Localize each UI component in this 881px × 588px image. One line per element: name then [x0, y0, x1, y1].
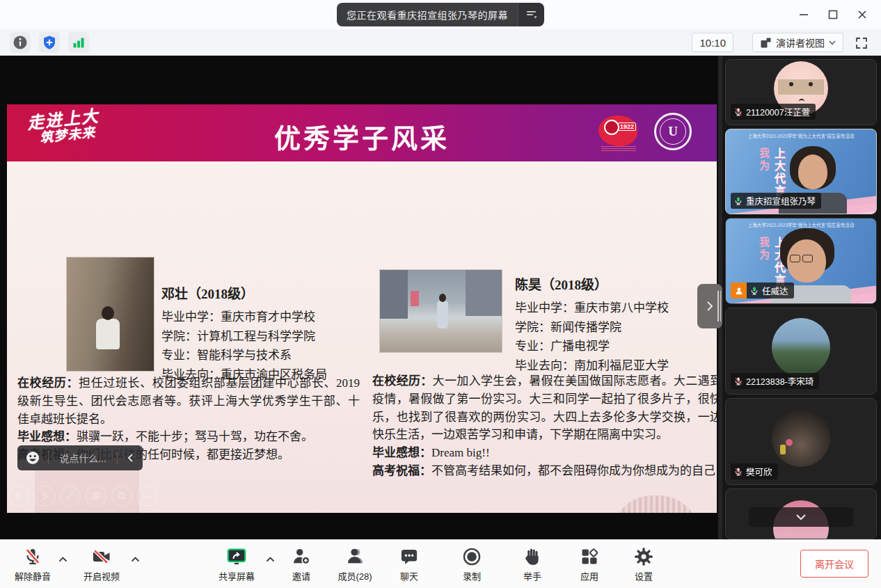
next-page-button[interactable] — [34, 486, 55, 507]
chevron-down-icon — [795, 514, 807, 521]
record-icon — [462, 547, 482, 566]
chevron-right-icon — [705, 300, 715, 312]
meeting-toolbar-bottom: 解除静音 开启视频 共享屏幕 — [0, 539, 881, 588]
windows-tool-button[interactable] — [86, 486, 106, 507]
participant-tile[interactable]: 上海大学2022-2023学年“我为上大代言”招生宣传活动 我为 上大代言 — [725, 218, 877, 304]
avatar — [772, 408, 830, 467]
scroll-down-participants-button[interactable] — [749, 507, 853, 527]
participants-sidebar: 21120007汪芷萱 上海大学2022-2023学年“我为上大代言”招生宣传活… — [722, 56, 881, 539]
mic-on-icon — [733, 196, 743, 206]
minimize-button[interactable] — [795, 6, 813, 24]
smiley-icon — [25, 450, 40, 466]
apps-button[interactable]: 应用 — [580, 547, 599, 582]
raise-hand-button[interactable]: 举手 — [523, 547, 542, 582]
meeting-window: 您正在观看重庆招宣组张乃琴的屏幕 — [0, 0, 881, 588]
year-1922-label: 1922 — [618, 122, 636, 131]
centennial-1922-logo: 1922 — [598, 113, 639, 153]
camera-muted-icon — [91, 547, 112, 566]
members-button[interactable]: 成员(28) — [338, 547, 372, 582]
window-controls — [795, 6, 871, 24]
shield-icon — [42, 35, 57, 50]
participant-name: 重庆招宣组张乃琴 — [746, 194, 816, 207]
mic-muted-icon — [733, 107, 743, 117]
mic-on-icon — [749, 286, 759, 296]
participant-tile[interactable]: 樊可欣 — [725, 398, 877, 485]
more-tools-button[interactable] — [137, 486, 158, 507]
participant-name: 21120007汪芷萱 — [746, 105, 810, 118]
student2-photo — [379, 269, 502, 353]
mic-muted-icon — [733, 467, 743, 477]
student1-info-block: 邓壮（2018级） 毕业中学：重庆市育才中学校 学院：计算机工程与科学学院 专业… — [161, 283, 363, 384]
menu-lines-icon — [525, 9, 538, 20]
chevron-down-icon — [829, 40, 836, 45]
invite-button[interactable]: 邀请 — [292, 547, 311, 582]
participant-tile[interactable]: 22123838-李宋琦 — [725, 308, 877, 395]
host-badge-icon — [731, 283, 747, 299]
title-bar: 您正在观看重庆招宣组张乃琴的屏幕 — [0, 0, 881, 29]
start-video-button[interactable]: 开启视频 — [84, 547, 120, 582]
virtual-bg-caption: 上海大学2022-2023学年“我为上大代言”招生宣传活动 — [726, 221, 876, 228]
mic-muted-icon — [733, 376, 743, 386]
fullscreen-button[interactable] — [852, 33, 871, 53]
participant-tile-partial[interactable] — [725, 488, 877, 539]
fullscreen-icon — [855, 36, 868, 50]
participant-tile-presenter[interactable]: 上海大学2022-2023学年“我为上大代言”招生宣传活动 我为 上大代言 重庆… — [725, 129, 877, 214]
collapse-chat-button[interactable] — [118, 453, 143, 463]
participant-tile[interactable]: 21120007汪芷萱 — [725, 59, 877, 125]
signal-bars-icon — [71, 35, 86, 50]
annotation-toolbar — [8, 486, 158, 507]
student2-info-block: 陈昊（2018级） 毕业中学：重庆市第八中学校 学院：新闻传播学院 专业：广播电… — [515, 274, 713, 375]
banner-menu-button[interactable] — [518, 3, 544, 26]
view-mode-selector[interactable]: 演讲者视图 — [752, 33, 843, 52]
slide-header-banner: 走进上大 筑梦未来 优秀学子风采 1922 U — [7, 104, 717, 161]
chat-input[interactable]: 说点什么... — [49, 451, 117, 465]
record-button[interactable]: 录制 — [462, 547, 482, 582]
presenter-face — [798, 154, 827, 189]
meeting-clock: 10:10 — [692, 33, 733, 52]
participant-name: 任威达 — [762, 284, 788, 297]
raise-hand-icon — [523, 547, 542, 566]
maximize-icon — [828, 10, 838, 19]
screen-watch-title: 您正在观看重庆招宣组张乃琴的屏幕 — [337, 3, 518, 26]
mic-muted-icon — [23, 547, 42, 566]
minimize-icon — [799, 10, 809, 19]
mic-options-caret[interactable] — [58, 553, 68, 565]
magnifier-tool-button[interactable] — [111, 486, 132, 507]
student2-story: 在校经历：大一加入学生会，暑假在美国做国际志愿者。大二遇到疫情，暑假做了第一份实… — [372, 372, 717, 480]
share-options-caret[interactable] — [266, 553, 275, 565]
shared-screen-region: 走进上大 筑梦未来 优秀学子风采 1922 U 自强不息 — [0, 56, 718, 539]
maximize-button[interactable] — [824, 6, 842, 24]
video-options-caret[interactable] — [131, 553, 140, 565]
settings-button[interactable]: 设置 — [634, 547, 653, 582]
participant-name: 22123838-李宋琦 — [746, 374, 813, 388]
invite-person-icon — [292, 547, 311, 566]
leave-meeting-button[interactable]: 离开会议 — [800, 550, 868, 578]
gear-icon — [634, 547, 653, 566]
splitter-grip[interactable] — [717, 291, 721, 321]
info-icon — [13, 35, 28, 50]
virtual-bg-caption: 上海大学2022-2023学年“我为上大代言”招生宣传活动 — [726, 132, 876, 139]
share-screen-button[interactable]: 共享屏幕 — [219, 547, 255, 582]
chat-button[interactable]: 聊天 — [399, 547, 419, 582]
layout-icon — [760, 37, 772, 49]
student1-name: 邓壮（2018级） — [161, 283, 363, 302]
close-button[interactable] — [853, 6, 871, 24]
apps-grid-icon — [580, 547, 599, 566]
student1-photo — [66, 257, 154, 372]
screen-watch-banner: 您正在观看重庆招宣组张乃琴的屏幕 — [337, 3, 544, 26]
quick-chat-bar: 说点什么... — [17, 445, 143, 470]
network-quality-button[interactable] — [68, 32, 89, 53]
view-mode-label: 演讲者视图 — [776, 35, 825, 49]
share-screen-icon — [226, 547, 247, 566]
pen-tool-button[interactable] — [60, 486, 81, 507]
meeting-security-button[interactable] — [39, 32, 60, 53]
emoji-button[interactable] — [17, 450, 48, 466]
meeting-info-button[interactable] — [10, 32, 31, 53]
close-icon — [857, 10, 867, 19]
chat-bubble-icon — [399, 547, 419, 566]
members-icon — [345, 547, 365, 566]
meeting-toolbar-top: 10:10 演讲者视图 — [0, 29, 881, 56]
student2-name: 陈昊（2018级） — [515, 274, 713, 293]
prev-page-button[interactable] — [8, 486, 29, 507]
unmute-button[interactable]: 解除静音 — [15, 547, 51, 582]
